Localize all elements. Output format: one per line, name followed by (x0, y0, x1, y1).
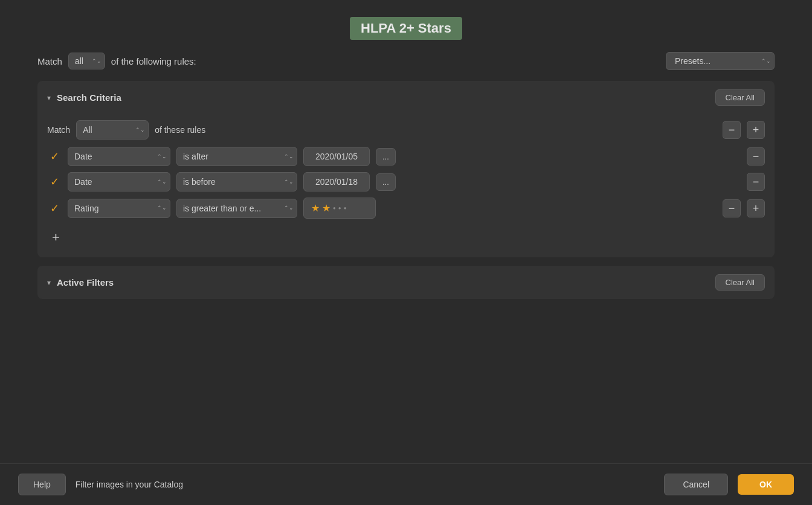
rule-1-check-icon[interactable]: ✓ (47, 150, 62, 163)
inner-match-select[interactable]: All Any (76, 120, 149, 140)
top-match-row: Match all any of the following rules: Pr… (37, 52, 775, 70)
rule-3-field-select[interactable]: Rating Date (68, 199, 170, 218)
active-filters-header: ▾ Active Filters Clear All (37, 266, 775, 299)
active-filters-section: ▾ Active Filters Clear All (37, 266, 775, 299)
inner-match-select-wrapper: All Any (76, 120, 149, 140)
rule-2-date-value[interactable]: 2020/01/18 (303, 172, 370, 191)
active-filters-chevron-icon[interactable]: ▾ (47, 278, 51, 287)
search-criteria-clear-all-button[interactable]: Clear All (715, 89, 765, 106)
rule-1-condition-select[interactable]: is after is before is (176, 147, 297, 166)
ok-button[interactable]: OK (738, 474, 794, 495)
top-match-select-wrapper: all any (68, 53, 105, 69)
these-rules-text: of these rules (155, 125, 717, 135)
search-criteria-title: Search Criteria (57, 92, 121, 103)
rule-3-minus-button[interactable]: − (723, 199, 741, 217)
rule-2-condition-wrapper: is before is after is (176, 172, 297, 191)
rule-3-condition-wrapper: is greater than or e... is less than is (176, 199, 297, 218)
search-criteria-body: Match All Any of these rules − + ✓ Date (37, 114, 775, 257)
add-rule-button[interactable]: + (47, 227, 65, 248)
top-match-label: Match (37, 56, 62, 66)
rule-2-field-select[interactable]: Date Rating (68, 172, 170, 191)
rule-2-condition-select[interactable]: is before is after is (176, 172, 297, 191)
rule-2-minus-button[interactable]: − (747, 173, 765, 191)
inner-match-label: Match (47, 125, 70, 135)
table-row: ✓ Date Rating is after is before is 2020… (47, 147, 765, 166)
rule-1-minus-button[interactable]: − (747, 147, 765, 166)
rule-1-condition-wrapper: is after is before is (176, 147, 297, 166)
title-bar: HLPA 2+ Stars (0, 0, 812, 52)
rule-2-check-icon[interactable]: ✓ (47, 175, 62, 188)
rule-3-plus-button[interactable]: + (747, 199, 765, 217)
section-title-area: ▾ Search Criteria (47, 92, 121, 103)
inner-match-plus-button[interactable]: + (747, 121, 765, 139)
inner-match-row: Match All Any of these rules − + (47, 120, 765, 140)
rule-3-field-wrapper: Rating Date (68, 199, 170, 218)
active-filters-title-area: ▾ Active Filters (47, 277, 114, 288)
active-filters-clear-all-button[interactable]: Clear All (715, 274, 765, 291)
star-4-dot-icon: ● (338, 205, 341, 211)
rule-3-condition-select[interactable]: is greater than or e... is less than is (176, 199, 297, 218)
help-button[interactable]: Help (18, 474, 66, 495)
search-criteria-chevron-icon[interactable]: ▾ (47, 94, 51, 102)
presets-select[interactable]: Presets... (666, 52, 775, 70)
star-2-icon: ★ (322, 202, 330, 214)
presets-wrapper: Presets... (666, 52, 775, 70)
rule-1-field-wrapper: Date Rating (68, 147, 170, 166)
rule-3-check-icon[interactable]: ✓ (47, 202, 62, 215)
rule-1-field-select[interactable]: Date Rating (68, 147, 170, 166)
search-criteria-header: ▾ Search Criteria Clear All (37, 81, 775, 114)
cancel-button[interactable]: Cancel (664, 474, 728, 495)
following-rules-text: of the following rules: (111, 56, 660, 66)
top-match-select[interactable]: all any (68, 53, 105, 69)
active-filters-title: Active Filters (57, 277, 114, 288)
footer-info-text: Filter images in your Catalog (76, 480, 183, 489)
rule-1-ellipsis-button[interactable]: ... (376, 148, 396, 166)
window-title: HLPA 2+ Stars (350, 17, 462, 40)
footer: Help Filter images in your Catalog Cance… (0, 463, 812, 505)
star-3-dot-icon: ● (333, 205, 336, 211)
rule-3-rating-display[interactable]: ★ ★ ● ● ● (303, 198, 376, 219)
inner-match-minus-button[interactable]: − (723, 121, 741, 139)
rule-2-ellipsis-button[interactable]: ... (376, 173, 396, 191)
rule-2-field-wrapper: Date Rating (68, 172, 170, 191)
search-criteria-section: ▾ Search Criteria Clear All Match All An… (37, 81, 775, 257)
star-1-icon: ★ (311, 202, 320, 214)
table-row: ✓ Rating Date is greater than or e... is… (47, 198, 765, 219)
rule-1-date-value[interactable]: 2020/01/05 (303, 147, 370, 166)
table-row: ✓ Date Rating is before is after is 2020… (47, 172, 765, 191)
star-5-dot-icon: ● (344, 205, 347, 211)
main-container: Match all any of the following rules: Pr… (19, 52, 793, 307)
